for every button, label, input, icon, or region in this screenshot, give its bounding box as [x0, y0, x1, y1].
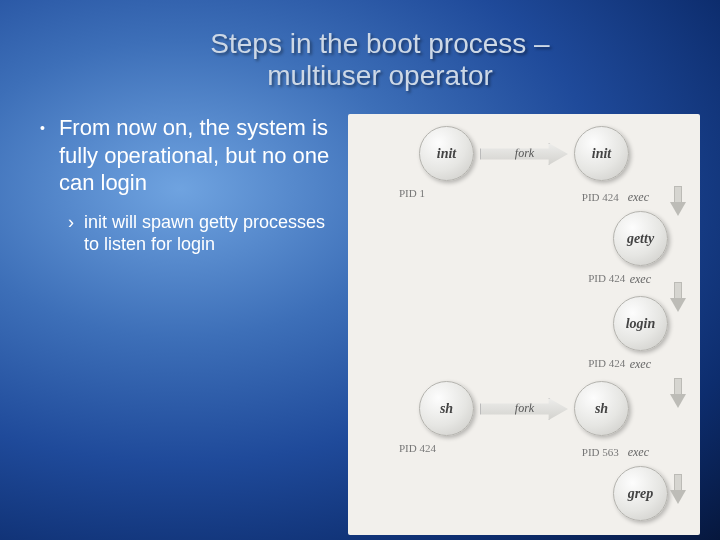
pid-label: PID 563 [582, 446, 619, 458]
pid-label: PID 1 [399, 187, 425, 205]
title-line1: Steps in the boot process – [210, 28, 549, 59]
chevron-icon: › [68, 211, 74, 256]
content-area: • From now on, the system is fully opera… [0, 104, 720, 540]
node-init-left: init [419, 126, 474, 181]
title-line2: multiuser operator [80, 60, 680, 92]
diagram-row: grep [358, 466, 690, 521]
sub-bullet-text: init will spawn getty processes to liste… [84, 211, 340, 256]
arrow-down-icon [670, 186, 686, 214]
bullet-text: From now on, the system is fully operati… [59, 114, 340, 197]
arrow-fork-icon: fork [480, 143, 568, 165]
process-diagram: init fork init PID 1 PID 424 exec getty … [348, 114, 700, 535]
exec-label: exec [628, 445, 649, 459]
caption-row: PID 424 PID 563 exec [389, 442, 659, 460]
exec-label: exec [630, 272, 651, 290]
pid-label: PID 424 [582, 191, 619, 203]
diagram-row: login [358, 296, 690, 351]
sub-bullet-item: › init will spawn getty processes to lis… [68, 211, 340, 256]
pid-label: PID 424 [399, 442, 436, 460]
arrow-down-icon [670, 282, 686, 310]
slide-title: Steps in the boot process – multiuser op… [80, 28, 680, 92]
node-login: login [613, 296, 668, 351]
diagram-row: sh fork sh [358, 381, 690, 436]
node-grep: grep [613, 466, 668, 521]
node-init-right: init [574, 126, 629, 181]
bullet-dot-icon: • [40, 120, 45, 197]
arrow-fork-icon: fork [480, 398, 568, 420]
arrow-down-icon [670, 378, 686, 406]
exec-label: exec [630, 357, 651, 375]
node-getty: getty [613, 211, 668, 266]
diagram-row: init fork init [358, 126, 690, 181]
text-column: • From now on, the system is fully opera… [40, 114, 340, 535]
arrow-down-icon [670, 474, 686, 502]
pid-label: PID 424 [588, 272, 625, 290]
caption-row: PID 424 exec [389, 272, 659, 290]
caption-row: PID 424 exec [389, 357, 659, 375]
diagram-row: getty [358, 211, 690, 266]
caption-row: PID 1 PID 424 exec [389, 187, 659, 205]
bullet-item: • From now on, the system is fully opera… [40, 114, 340, 197]
slide: Steps in the boot process – multiuser op… [0, 0, 720, 540]
exec-label: exec [628, 190, 649, 204]
pid-label: PID 424 [588, 357, 625, 375]
node-sh-right: sh [574, 381, 629, 436]
node-sh-left: sh [419, 381, 474, 436]
